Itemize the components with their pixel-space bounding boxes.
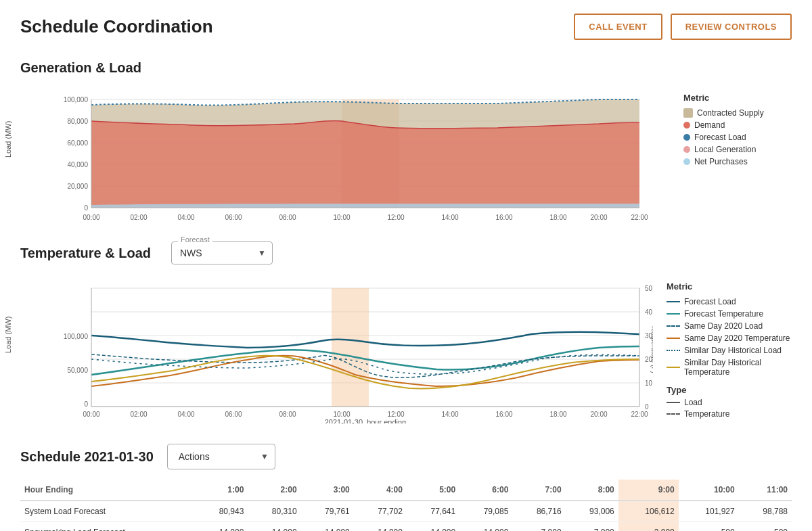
forecast-select[interactable]: NWS bbox=[171, 241, 273, 264]
table-header: Hour Ending 1:00 2:00 3:00 4:00 5:00 6:0… bbox=[20, 480, 792, 501]
type-load-line bbox=[667, 402, 680, 403]
table-header-row: Hour Ending 1:00 2:00 3:00 4:00 5:00 6:0… bbox=[20, 480, 792, 501]
table-body: System Load Forecast 80,943 80,310 79,76… bbox=[20, 501, 792, 531]
cell-snow-4: 14,000 bbox=[354, 522, 407, 532]
row-system-load-label: System Load Forecast bbox=[20, 501, 195, 522]
col-10: 10:00 bbox=[679, 480, 739, 501]
legend-local-gen: Local Generation bbox=[683, 145, 792, 154]
page-container: Schedule Coordination CALL EVENT REVIEW … bbox=[0, 0, 812, 531]
svg-text:02:00: 02:00 bbox=[130, 214, 147, 221]
legend-label-demand: Demand bbox=[694, 120, 725, 130]
temp-load-legend-title: Metric bbox=[667, 281, 792, 292]
legend-label-forecast-temp: Forecast Temperature bbox=[684, 309, 763, 319]
legend-forecast-load-line: Forecast Load bbox=[667, 297, 792, 306]
svg-text:04:00: 04:00 bbox=[177, 411, 194, 418]
svg-text:20:00: 20:00 bbox=[590, 411, 607, 418]
gen-load-legend: Metric Contracted Supply Demand Forecast… bbox=[670, 86, 792, 169]
table-row: Snowmaking Load Forecast 14,000 14,000 1… bbox=[20, 522, 792, 532]
col-9: 9:00 bbox=[618, 480, 679, 501]
svg-text:100,000: 100,000 bbox=[64, 333, 89, 340]
cell-system-3: 79,761 bbox=[301, 501, 354, 522]
table-row: System Load Forecast 80,943 80,310 79,76… bbox=[20, 501, 792, 522]
svg-text:80,000: 80,000 bbox=[67, 118, 88, 125]
type-temperature: Temperature bbox=[667, 409, 792, 419]
gen-load-chart-area: Load (MW) 100,000 80,000 60,000 40,000 bbox=[20, 86, 670, 221]
col-11: 11:00 bbox=[739, 480, 792, 501]
svg-text:50,000: 50,000 bbox=[67, 367, 88, 374]
legend-color-demand bbox=[683, 122, 690, 129]
svg-text:18:00: 18:00 bbox=[549, 214, 566, 221]
gen-load-section: Generation & Load Load (MW) 100,000 80,0… bbox=[20, 60, 792, 221]
svg-text:2021-01-30, hour ending: 2021-01-30, hour ending bbox=[325, 418, 406, 423]
legend-line-same-2020-temp bbox=[667, 338, 680, 339]
svg-text:22:00: 22:00 bbox=[631, 214, 648, 221]
legend-contracted-supply: Contracted Supply bbox=[683, 108, 792, 118]
legend-label-forecast: Forecast Load bbox=[694, 133, 746, 142]
cell-snow-9: 3,000 bbox=[618, 522, 679, 532]
temp-load-chart-area: Load (MW) 100,000 50,000 0 bbox=[20, 275, 653, 423]
gen-load-title: Generation & Load bbox=[20, 60, 792, 76]
schedule-header: Schedule 2021-01-30 Actions ▼ bbox=[20, 444, 792, 469]
svg-text:0: 0 bbox=[84, 204, 88, 212]
legend-color-contracted bbox=[683, 108, 693, 118]
review-controls-button[interactable]: REVIEW CONTROLS bbox=[671, 14, 792, 40]
cell-system-8: 93,006 bbox=[566, 501, 618, 522]
svg-text:10:00: 10:00 bbox=[333, 411, 350, 418]
legend-label-local-gen: Local Generation bbox=[694, 145, 756, 154]
row-snowmaking-label: Snowmaking Load Forecast bbox=[20, 522, 195, 532]
svg-text:06:00: 06:00 bbox=[225, 214, 242, 221]
svg-text:40,000: 40,000 bbox=[67, 161, 88, 168]
temp-load-header-row: Temperature & Load Forecast NWS ▼ bbox=[20, 241, 792, 264]
legend-color-local-gen bbox=[683, 146, 690, 153]
temp-load-section: Temperature & Load Forecast NWS ▼ Load (… bbox=[20, 241, 792, 423]
type-temp-line bbox=[667, 413, 680, 415]
svg-text:50: 50 bbox=[645, 285, 653, 292]
svg-text:00:00: 00:00 bbox=[83, 411, 99, 418]
svg-text:04:00: 04:00 bbox=[177, 214, 194, 221]
cell-system-6: 79,085 bbox=[459, 501, 512, 522]
actions-dropdown-wrapper[interactable]: Actions ▼ bbox=[167, 444, 275, 469]
svg-rect-44 bbox=[332, 288, 369, 407]
svg-text:10: 10 bbox=[645, 379, 653, 387]
svg-text:12:00: 12:00 bbox=[387, 411, 404, 418]
legend-demand: Demand bbox=[683, 120, 792, 130]
col-1: 1:00 bbox=[195, 480, 248, 501]
svg-text:16:00: 16:00 bbox=[495, 411, 512, 418]
gen-load-chart-svg: 100,000 80,000 60,000 40,000 20,000 0 bbox=[58, 86, 653, 221]
cell-system-9: 106,612 bbox=[618, 501, 679, 522]
legend-label-hist-load: Similar Day Historical Load bbox=[684, 346, 782, 355]
call-event-button[interactable]: CALL EVENT bbox=[574, 14, 662, 40]
svg-text:40: 40 bbox=[645, 308, 653, 316]
forecast-dropdown-wrapper[interactable]: Forecast NWS ▼ bbox=[171, 241, 273, 264]
svg-text:12:00: 12:00 bbox=[387, 214, 404, 221]
legend-same-2020-temp: Same Day 2020 Temperature bbox=[667, 333, 792, 343]
legend-line-forecast-temp bbox=[667, 313, 680, 315]
forecast-label: Forecast bbox=[178, 235, 212, 244]
type-temp-label: Temperature bbox=[684, 409, 729, 419]
svg-text:20,000: 20,000 bbox=[67, 183, 88, 190]
svg-text:14:00: 14:00 bbox=[441, 411, 458, 418]
cell-snow-8: 7,000 bbox=[566, 522, 618, 532]
col-7: 7:00 bbox=[512, 480, 565, 501]
col-5: 5:00 bbox=[407, 480, 459, 501]
actions-select[interactable]: Actions bbox=[167, 444, 275, 469]
cell-snow-6: 14,000 bbox=[459, 522, 512, 532]
legend-label-net-purchases: Net Purchases bbox=[694, 157, 748, 166]
svg-text:100,000: 100,000 bbox=[64, 96, 89, 103]
temp-load-legend: Metric Forecast Load Forecast Temperatur… bbox=[653, 275, 792, 421]
svg-text:08:00: 08:00 bbox=[279, 411, 296, 418]
temp-load-chart-svg: 100,000 50,000 0 50 40 30 20 10 0 Temper… bbox=[58, 275, 653, 423]
cell-system-11: 98,788 bbox=[739, 501, 792, 522]
header: Schedule Coordination CALL EVENT REVIEW … bbox=[20, 14, 792, 40]
type-legend-title: Type bbox=[667, 385, 792, 395]
svg-text:0: 0 bbox=[84, 400, 88, 408]
svg-text:60,000: 60,000 bbox=[67, 139, 88, 147]
svg-text:08:00: 08:00 bbox=[279, 214, 296, 221]
cell-snow-3: 14,000 bbox=[301, 522, 354, 532]
col-hour-ending: Hour Ending bbox=[20, 480, 195, 501]
legend-same-2020-load: Same Day 2020 Load bbox=[667, 321, 792, 331]
legend-forecast-temp: Forecast Temperature bbox=[667, 309, 792, 319]
gen-load-legend-title: Metric bbox=[683, 93, 792, 103]
type-load: Load bbox=[667, 398, 792, 407]
legend-hist-temp: Similar Day Historical Temperature bbox=[667, 358, 792, 377]
